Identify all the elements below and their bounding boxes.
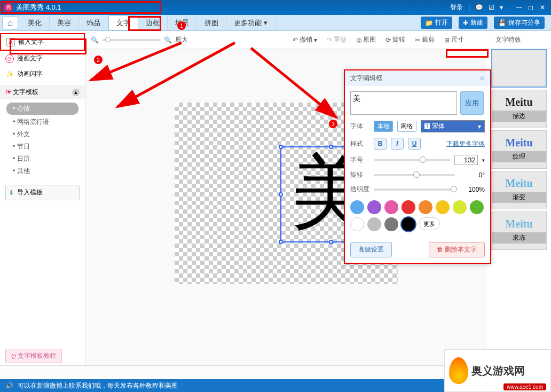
font-label: 字体 — [350, 122, 369, 131]
underline-button[interactable]: U — [408, 138, 421, 150]
font-select[interactable]: T 宋体 ▾ — [421, 120, 485, 132]
titlebar: 秀 美图秀秀 4.0.1 登录 | 💬 ☑ ▾ — ◻ ✕ — [0, 0, 551, 15]
open-button[interactable]: 📁 打开 — [421, 17, 452, 29]
collapse-icon[interactable]: ▲ — [72, 89, 80, 96]
effect-stroke[interactable]: Meitu 描边 — [491, 90, 547, 128]
feedback-icon[interactable]: 💬 — [475, 4, 483, 11]
popup-close-icon[interactable]: ✕ — [479, 75, 485, 82]
minimize-button[interactable]: — — [515, 4, 523, 11]
tab-collage[interactable]: 拼图 — [197, 16, 226, 30]
handle-tm[interactable] — [329, 145, 333, 149]
tree-holiday[interactable]: • 节日 — [0, 140, 85, 153]
tree-mood[interactable]: • 心情 — [6, 103, 78, 115]
original-size-button[interactable]: 原大 — [175, 35, 188, 44]
effect-label: 果冻 — [492, 232, 546, 244]
rotate-value: 0° — [459, 171, 485, 179]
apply-button[interactable]: 应用 — [460, 91, 484, 115]
save-share-button[interactable]: 💾 保存与分享 — [494, 17, 545, 29]
color-swatch[interactable] — [384, 217, 398, 231]
color-swatch[interactable] — [350, 217, 364, 231]
template-tutorial-button[interactable]: ღ 文字模板教程 — [5, 349, 62, 363]
bold-button[interactable]: B — [374, 138, 387, 150]
font-local-tab[interactable]: 本地 — [374, 121, 393, 132]
undo-button[interactable]: ↶ 撤销 ▾ — [290, 34, 320, 45]
color-swatch[interactable] — [436, 200, 450, 214]
restore-button[interactable]: ◻ — [526, 4, 535, 11]
effect-gradient[interactable]: Meitu 渐变 — [491, 171, 547, 209]
main-tabs: ⌂ 美化 美容 饰品 文字 边框 场景 拼图 更多功能 ▾ 📁 打开 ✚ 新建 … — [0, 15, 551, 31]
template-section-header[interactable]: I♥ 文字模板 ▲ — [0, 85, 85, 99]
effect-none[interactable] — [491, 49, 547, 88]
anim-icon: ✨ — [5, 70, 14, 79]
effect-preview: Meitu — [505, 96, 532, 108]
tab-beautify[interactable]: 美化 — [20, 16, 50, 30]
size-input[interactable] — [454, 155, 478, 165]
effect-label: 描边 — [492, 111, 546, 122]
redo-button[interactable]: ↷ 重做 — [324, 34, 349, 45]
crop-button[interactable]: ✂ 裁剪 — [412, 34, 437, 45]
tab-accessory[interactable]: 饰品 — [79, 16, 108, 30]
rotate-button[interactable]: ⟳ 旋转 — [383, 34, 408, 45]
zoom-out-icon[interactable]: 🔍 — [91, 36, 99, 44]
rotate-slider[interactable] — [374, 174, 455, 176]
effect-jelly[interactable]: Meitu 果冻 — [491, 211, 547, 250]
anim-text-item[interactable]: ✨ 动画闪字 — [0, 66, 85, 82]
tree-foreign[interactable]: • 外文 — [0, 128, 85, 140]
home-tab[interactable]: ⌂ — [2, 17, 18, 29]
tab-text[interactable]: 文字 — [108, 15, 138, 30]
color-swatch[interactable] — [453, 200, 467, 214]
settings-icon[interactable]: ☑ — [489, 4, 494, 11]
size-dropdown-icon[interactable]: ▾ — [482, 158, 485, 163]
color-swatch[interactable] — [419, 200, 432, 214]
color-swatch[interactable] — [350, 200, 364, 214]
color-swatch[interactable] — [367, 217, 381, 231]
handle-bl[interactable] — [279, 240, 283, 244]
size-slider[interactable] — [374, 159, 450, 161]
advanced-button[interactable]: 高级设置 — [350, 242, 392, 257]
new-button[interactable]: ✚ 新建 — [459, 17, 487, 29]
comic-text-item[interactable]: ☺ 漫画文字 — [0, 51, 85, 66]
effects-title: 文字特效 — [471, 35, 546, 44]
more-colors-button[interactable]: 更多 — [419, 217, 440, 230]
more-fonts-link[interactable]: 下载更多字体 — [446, 139, 485, 148]
input-text-item[interactable]: A 输入文字 — [0, 33, 85, 51]
original-button[interactable]: ◎ 原图 — [353, 34, 379, 45]
handle-bm[interactable] — [329, 240, 333, 244]
color-swatch[interactable] — [384, 200, 398, 214]
flame-icon — [449, 357, 468, 384]
zoom-slider[interactable] — [102, 39, 161, 41]
zoom-in-icon[interactable]: 🔍 — [164, 36, 172, 44]
opacity-slider[interactable] — [374, 189, 455, 191]
text-input[interactable]: 美 — [350, 91, 457, 115]
tree-net-slang[interactable]: • 网络流行语 — [0, 116, 85, 128]
app-title: 美图秀秀 4.0.1 — [16, 3, 450, 12]
handle-ml[interactable] — [279, 192, 283, 197]
close-button[interactable]: ✕ — [538, 4, 547, 11]
color-palette: 更多 — [350, 200, 485, 231]
tab-scene[interactable]: 场景 — [168, 16, 197, 30]
handle-tl[interactable] — [279, 145, 283, 149]
font-network-tab[interactable]: 网络 — [397, 121, 416, 132]
tab-makeup[interactable]: 美容 — [50, 16, 79, 30]
color-swatch[interactable] — [367, 200, 381, 214]
italic-button[interactable]: I — [391, 138, 404, 150]
tree-other[interactable]: • 其他 — [0, 165, 85, 177]
size-button[interactable]: ⊞ 尺寸 — [442, 34, 467, 45]
color-swatch-selected[interactable] — [402, 217, 415, 231]
color-swatch[interactable] — [470, 200, 484, 214]
login-link[interactable]: 登录 — [450, 3, 463, 12]
input-text-label: 输入文字 — [18, 37, 44, 46]
import-template-button[interactable]: ⬇ 导入模板 — [5, 185, 80, 200]
watermark-site-name: 奥义游戏网 — [471, 364, 525, 378]
speaker-icon: 🔊 — [5, 382, 13, 389]
tab-more[interactable]: 更多功能 ▾ — [226, 16, 276, 30]
tab-border[interactable]: 边框 — [138, 16, 168, 30]
delete-text-button[interactable]: 🗑 删除本文字 — [429, 242, 485, 257]
weibo-message: 可以在新浪微博上联系我们哦，每天发布各种教程和美图 — [18, 381, 178, 390]
effect-texture[interactable]: Meitu 纹理 — [491, 130, 547, 169]
color-swatch[interactable] — [402, 200, 415, 214]
tree-calendar[interactable]: • 日历 — [0, 153, 85, 165]
anim-text-label: 动画闪字 — [17, 69, 43, 79]
effects-panel: Meitu 描边 Meitu 纹理 Meitu 渐变 Meitu 果冻 — [491, 49, 547, 252]
menu-icon[interactable]: ▾ — [500, 4, 503, 11]
